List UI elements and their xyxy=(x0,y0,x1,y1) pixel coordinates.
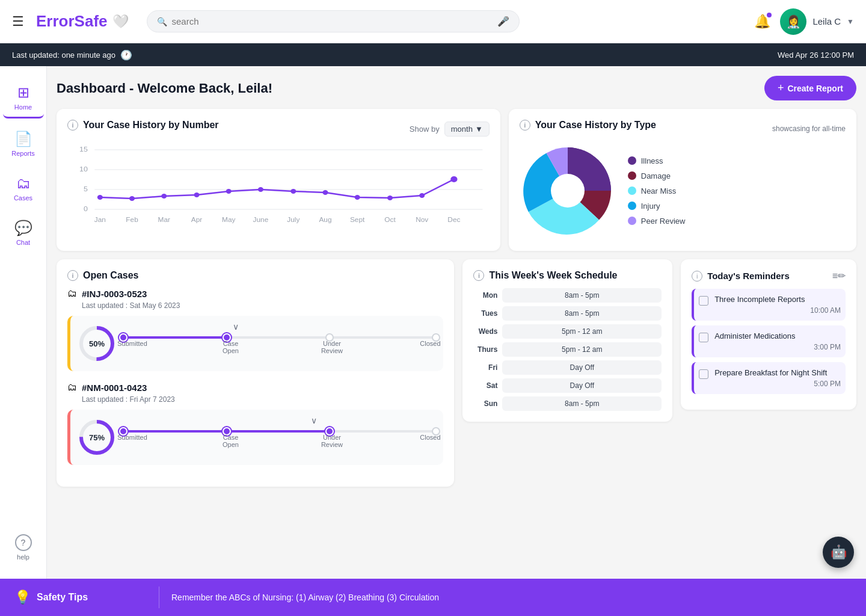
svg-point-11 xyxy=(194,192,200,197)
svg-text:15: 15 xyxy=(79,146,88,153)
svg-text:Mar: Mar xyxy=(158,217,170,223)
case-progress-1: 50% ∨ xyxy=(67,316,443,371)
donut-center xyxy=(551,174,585,208)
reminder-check-0[interactable] xyxy=(699,296,708,306)
main-layout: ⊞ Home 📄 Reports 🗂 Cases 💬 Chat ? help D… xyxy=(0,66,866,579)
svg-point-9 xyxy=(129,196,135,201)
create-btn-label: Create Report xyxy=(787,84,843,93)
dashboard-header: Dashboard - Welcome Back, Leila! + Creat… xyxy=(57,76,856,100)
svg-point-19 xyxy=(450,176,457,182)
hamburger-menu[interactable]: ☰ xyxy=(12,14,24,29)
info-icon[interactable]: i xyxy=(67,120,78,131)
schedule-mon: Mon 8am - 5pm xyxy=(473,288,662,303)
chatbot-button[interactable]: 🤖 xyxy=(823,537,854,568)
sidebar-label-chat: Chat xyxy=(16,239,30,246)
case-header-1: 🗂 #INJ-0003-0523 xyxy=(67,288,443,299)
month-dropdown[interactable]: month ▼ xyxy=(444,122,490,137)
legend-item-illness: Illness xyxy=(628,156,686,165)
case-id-2[interactable]: #NM-0001-0423 xyxy=(82,383,147,393)
mic-icon[interactable]: 🎤 xyxy=(497,16,509,27)
svg-point-15 xyxy=(322,190,328,195)
case-icon-2: 🗂 xyxy=(67,382,77,393)
day-sun: Sun xyxy=(473,399,497,408)
stage-closed-2: Closed xyxy=(418,434,442,448)
reminder-item-0[interactable]: Three Incomplete Reports 10:00 AM xyxy=(692,289,846,321)
day-fri: Fri xyxy=(473,363,497,372)
svg-text:Nov: Nov xyxy=(416,217,429,223)
svg-point-10 xyxy=(161,194,167,199)
legend-dot-illness xyxy=(628,156,636,165)
legend-label-injury: Injury xyxy=(641,202,660,211)
status-bar: Last updated: one minute ago 🕐 Wed Apr 2… xyxy=(0,43,866,66)
svg-text:June: June xyxy=(253,217,269,223)
reminder-time-2: 5:00 PM xyxy=(714,380,841,388)
legend-item-damage: Damage xyxy=(628,171,686,180)
reminder-content-1: Administer Medications 3:00 PM xyxy=(714,331,841,351)
chat-icon: 💬 xyxy=(14,220,32,236)
sidebar-item-home[interactable]: ⊞ Home xyxy=(3,78,44,119)
reminder-item-1[interactable]: Administer Medications 3:00 PM xyxy=(692,325,846,357)
sidebar-item-help[interactable]: ? help xyxy=(3,528,44,567)
schedule-list: Mon 8am - 5pm Tues 8am - 5pm Weds 5pm - … xyxy=(473,288,662,411)
edit-reminders-icon[interactable]: ≡✏ xyxy=(832,270,846,282)
cases-icon: 🗂 xyxy=(16,175,31,192)
reminders-title-group: i Today's Reminders xyxy=(692,271,790,282)
reminder-check-2[interactable] xyxy=(699,369,708,379)
notification-dot xyxy=(767,13,772,17)
svg-text:5: 5 xyxy=(84,185,88,192)
svg-point-8 xyxy=(97,195,103,200)
circle-50: 50% xyxy=(78,324,116,363)
sidebar-item-reports[interactable]: 📄 Reports xyxy=(3,125,44,163)
search-input[interactable] xyxy=(172,16,493,26)
reminder-check-1[interactable] xyxy=(699,333,708,342)
content-area: Dashboard - Welcome Back, Leila! + Creat… xyxy=(47,66,866,579)
chevron-down-icon: ▼ xyxy=(847,17,854,26)
safety-icon: 💡 xyxy=(14,590,31,605)
page-title: Dashboard - Welcome Back, Leila! xyxy=(57,81,272,96)
sidebar-item-cases[interactable]: 🗂 Cases xyxy=(3,169,44,208)
logo: ErrorSafe 🤍 xyxy=(36,12,129,31)
stage-submitted-1: Submitted xyxy=(117,340,147,354)
case-id-1[interactable]: #INJ-0003-0523 xyxy=(82,289,147,299)
info-icon-week[interactable]: i xyxy=(473,270,484,281)
stage-underreview-1: Under Review xyxy=(314,340,350,354)
user-info[interactable]: 👩‍⚕️ Leila C ▼ xyxy=(780,8,854,35)
info-icon-pie[interactable]: i xyxy=(520,120,530,131)
case-updated-1: Last updated : Sat May 6 2023 xyxy=(82,301,443,310)
schedule-weds: Weds 5pm - 12 am xyxy=(473,324,662,339)
avatar-image: 👩‍⚕️ xyxy=(780,8,806,35)
time-fri: Day Off xyxy=(502,360,662,375)
svg-text:Aug: Aug xyxy=(319,217,331,223)
search-bar[interactable]: 🔍 🎤 xyxy=(147,10,520,32)
legend-dot-nearmiss xyxy=(628,186,636,195)
stage-labels-1: Submitted Case Open Under Review Closed xyxy=(117,340,442,354)
chart-header: i Your Case History by Number Show by mo… xyxy=(67,120,490,138)
stage-tracker-1: ∨ Submitted Case Open xyxy=(123,331,436,356)
line-chart: 15 10 5 0 xyxy=(67,144,490,240)
svg-point-16 xyxy=(355,195,360,200)
legend-item-nearmiss: Near Miss xyxy=(628,186,686,196)
legend-dot-damage xyxy=(628,171,636,180)
schedule-sun: Sun 8am - 5pm xyxy=(473,396,662,411)
notification-bell[interactable]: 🔔 xyxy=(754,14,770,29)
status-left: Last updated: one minute ago 🕐 xyxy=(12,49,132,61)
svg-text:Apr: Apr xyxy=(191,217,203,223)
case-icon-1: 🗂 xyxy=(67,288,77,299)
safety-tip-text: Remember the ABCs of Nursing: (1) Airway… xyxy=(171,593,439,602)
reminder-content-2: Prepare Breakfast for Night Shift 5:00 P… xyxy=(714,368,841,388)
day-tues: Tues xyxy=(473,309,497,318)
day-sat: Sat xyxy=(473,381,497,390)
progress-label-2: 75% xyxy=(89,433,105,442)
info-icon-reminders[interactable]: i xyxy=(692,271,702,282)
sidebar-item-chat[interactable]: 💬 Chat xyxy=(3,214,44,252)
info-icon-cases[interactable]: i xyxy=(67,270,78,281)
pie-area: Illness Damage Near Miss Injury xyxy=(520,143,846,239)
reports-icon: 📄 xyxy=(14,131,32,147)
track-2 xyxy=(123,430,436,433)
pie-card-top: i Your Case History by Type showcasing f… xyxy=(520,120,846,138)
legend-label-damage: Damage xyxy=(641,171,671,180)
refresh-icon: 🕐 xyxy=(120,49,132,61)
reminder-item-2[interactable]: Prepare Breakfast for Night Shift 5:00 P… xyxy=(692,362,846,394)
pie-title: i Your Case History by Type xyxy=(520,120,656,131)
create-report-button[interactable]: + Create Report xyxy=(764,76,856,100)
